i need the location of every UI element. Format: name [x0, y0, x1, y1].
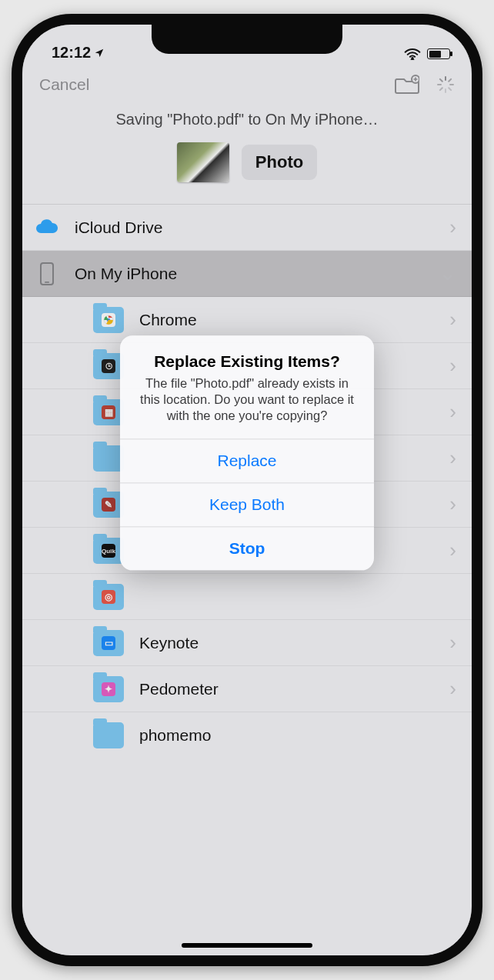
- nav-bar: Cancel: [22, 63, 472, 106]
- folder-label: Keynote: [139, 634, 449, 652]
- folder-label: Chrome: [139, 311, 449, 329]
- notch: [152, 23, 342, 54]
- alert-stop-button[interactable]: Stop: [120, 526, 374, 570]
- chevron-right-icon: ›: [449, 631, 456, 655]
- filename-field[interactable]: Photo: [242, 145, 317, 180]
- location-icon: [94, 48, 105, 58]
- alert-replace-button[interactable]: Replace: [120, 438, 374, 482]
- svg-line-6: [440, 79, 442, 82]
- folder-label: Pedometer: [139, 680, 449, 698]
- folder-icon: Quik: [93, 538, 124, 564]
- folder-icon: ✦: [93, 676, 124, 702]
- chevron-down-icon: ⌄: [439, 262, 456, 285]
- cancel-button[interactable]: Cancel: [39, 75, 89, 94]
- folder-icon: ▭: [93, 630, 124, 656]
- chevron-right-icon: ›: [449, 215, 456, 239]
- svg-line-8: [440, 88, 442, 90]
- chevron-right-icon: ›: [449, 677, 456, 701]
- folder-icon: ✎: [93, 492, 124, 518]
- chevron-right-icon: ›: [449, 446, 456, 470]
- folder-row-keynote[interactable]: ▭ Keynote ›: [22, 620, 472, 666]
- chevron-right-icon: ›: [449, 308, 456, 332]
- location-icloud-drive[interactable]: iCloud Drive ›: [22, 205, 472, 251]
- svg-line-7: [449, 88, 451, 90]
- folder-row-pedometer[interactable]: ✦ Pedometer ›: [22, 666, 472, 712]
- folder-icon: ▦: [93, 399, 124, 425]
- saving-status-text: Saving "Photo.pdf" to On My iPhone…: [22, 106, 472, 142]
- svg-point-0: [411, 57, 414, 60]
- new-folder-icon[interactable]: [395, 75, 419, 95]
- folder-row[interactable]: ◎: [22, 574, 472, 620]
- alert-title: Replace Existing Items?: [137, 352, 357, 371]
- screen: 12:12 Cancel: [22, 25, 472, 955]
- home-indicator[interactable]: [182, 943, 312, 948]
- file-preview: Photo: [22, 142, 472, 205]
- chevron-right-icon: ›: [449, 354, 456, 378]
- folder-icon: [93, 307, 124, 333]
- location-label: iCloud Drive: [75, 218, 449, 237]
- svg-line-9: [449, 79, 451, 82]
- chevron-right-icon: ›: [449, 492, 456, 516]
- iphone-icon: [33, 262, 61, 285]
- svg-rect-11: [45, 282, 49, 283]
- replace-items-alert: Replace Existing Items? The file "Photo.…: [120, 335, 374, 570]
- wifi-icon: [404, 48, 421, 60]
- location-on-my-iphone[interactable]: On My iPhone ⌄: [22, 251, 472, 297]
- location-label: On My iPhone: [75, 265, 439, 283]
- alert-keep-both-button[interactable]: Keep Both: [120, 482, 374, 526]
- folder-icon: [93, 722, 124, 748]
- folder-icon: ◎: [93, 584, 124, 610]
- battery-icon: [427, 48, 450, 59]
- iphone-device-frame: 12:12 Cancel: [12, 14, 482, 966]
- chevron-right-icon: ›: [449, 400, 456, 424]
- chevron-right-icon: ›: [449, 538, 456, 562]
- alert-message: The file "Photo.pdf" already exists in t…: [137, 375, 357, 425]
- folder-row-phomemo[interactable]: phomemo: [22, 712, 472, 758]
- icloud-icon: [33, 219, 61, 236]
- file-thumbnail: [177, 142, 229, 182]
- spinner-icon: [436, 75, 455, 94]
- status-time: 12:12: [52, 44, 91, 62]
- svg-rect-10: [41, 263, 53, 285]
- folder-icon: [93, 445, 124, 472]
- folder-icon: ⌚︎: [93, 353, 124, 379]
- alert-header: Replace Existing Items? The file "Photo.…: [120, 335, 374, 438]
- folder-label: phomemo: [139, 726, 456, 745]
